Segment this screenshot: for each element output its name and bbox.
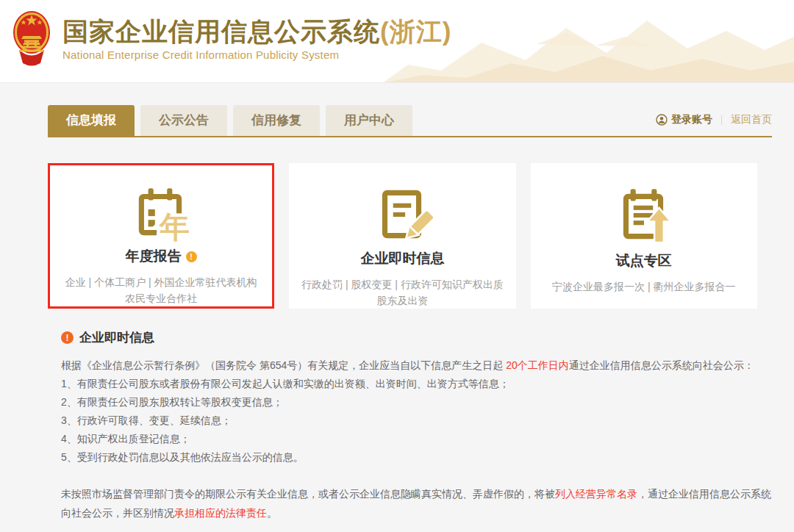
legal-liability-link[interactable]: 承担相应的法律责任 — [174, 507, 267, 519]
function-cards: 年 年度报告 ! 企业 | 个体工商户 | 外国企业常驻代表机构 农民专业合作社 — [48, 163, 757, 309]
notice-item-5: 5、受到行政处罚信息以及其他依法应当公示的信息。 — [61, 448, 772, 467]
card-annual-report[interactable]: 年 年度报告 ! 企业 | 个体工商户 | 外国企业常驻代表机构 农民专业合作社 — [48, 163, 274, 309]
card-pilot-zone[interactable]: 试点专区 宁波企业最多报一次 | 衢州企业多报合一 — [531, 163, 757, 309]
nav-divider — [721, 115, 722, 125]
card-instant-info-title: 企业即时信息 — [360, 249, 444, 268]
alert-badge-icon: ! — [186, 251, 197, 262]
card-pilot-zone-subtitle: 宁波企业最多报一次 | 衢州企业多报合一 — [552, 278, 735, 295]
site-title-region: (浙江) — [380, 17, 451, 46]
return-home-link[interactable]: 返回首页 — [731, 113, 772, 126]
document-edit-icon — [371, 181, 434, 248]
site-title: 国家企业信用信息公示系统(浙江) — [62, 17, 451, 46]
card-instant-info[interactable]: 企业即时信息 行政处罚 | 股权变更 | 行政许可知识产权出质 股东及出资 — [289, 163, 515, 309]
tab-bar: 信息填报 公示公告 信用修复 用户中心 登录账号 返回首页 — [48, 105, 772, 137]
notice-title: 企业即时信息 — [79, 329, 154, 346]
user-icon — [656, 114, 668, 126]
notice-intro: 根据《企业信息公示暂行条例》（国务院令 第654号）有关规定，企业应当自以下信息… — [61, 356, 772, 375]
tab-info-filing[interactable]: 信息填报 — [48, 105, 135, 136]
tab-user-center[interactable]: 用户中心 — [326, 105, 412, 136]
card-annual-report-title: 年度报告 — [126, 247, 182, 266]
card-pilot-zone-title: 试点专区 — [616, 251, 672, 270]
main-content: 信息填报 公示公告 信用修复 用户中心 登录账号 返回首页 — [0, 83, 794, 532]
site-subtitle-english: National Enterprise Credit Information P… — [62, 48, 451, 61]
tab-public-announcement[interactable]: 公示公告 — [140, 105, 227, 136]
login-account-label: 登录账号 — [671, 113, 712, 126]
svg-text:年: 年 — [159, 210, 190, 244]
card-annual-report-subtitle: 企业 | 个体工商户 | 外国企业常驻代表机构 农民专业合作社 — [65, 274, 257, 306]
notice-footer: 未按照市场监督管理部门责令的期限公示有关企业信息，或者公示企业信息隐瞒真实情况、… — [61, 484, 772, 522]
report-upload-icon — [612, 181, 676, 250]
instant-info-notice: ! 企业即时信息 根据《企业信息公示暂行条例》（国务院令 第654号）有关规定，… — [61, 329, 772, 522]
calendar-year-icon: 年 — [129, 181, 193, 245]
notice-item-2: 2、有限责任公司股东股权转让等股权变更信息； — [61, 393, 772, 411]
site-header: 国家企业信用信息公示系统(浙江) National Enterprise Cre… — [0, 0, 794, 83]
warning-badge-icon: ! — [61, 331, 74, 344]
national-emblem-logo — [12, 9, 51, 68]
card-instant-info-subtitle: 行政处罚 | 股权变更 | 行政许可知识产权出质 股东及出资 — [301, 276, 504, 309]
notice-item-3: 3、行政许可取得、变更、延续信息； — [61, 411, 772, 430]
abnormal-list-link[interactable]: 列入经营异常名录 — [555, 488, 637, 500]
notice-item-1: 1、有限责任公司股东或者股份有限公司发起人认缴和实缴的出资额、出资时间、出资方式… — [61, 375, 772, 393]
notice-item-4: 4、知识产权出质登记信息； — [61, 430, 772, 448]
tab-credit-repair[interactable]: 信用修复 — [233, 105, 320, 136]
login-account-link[interactable]: 登录账号 — [656, 113, 712, 126]
deadline-highlight: 20个工作日内 — [506, 359, 569, 371]
